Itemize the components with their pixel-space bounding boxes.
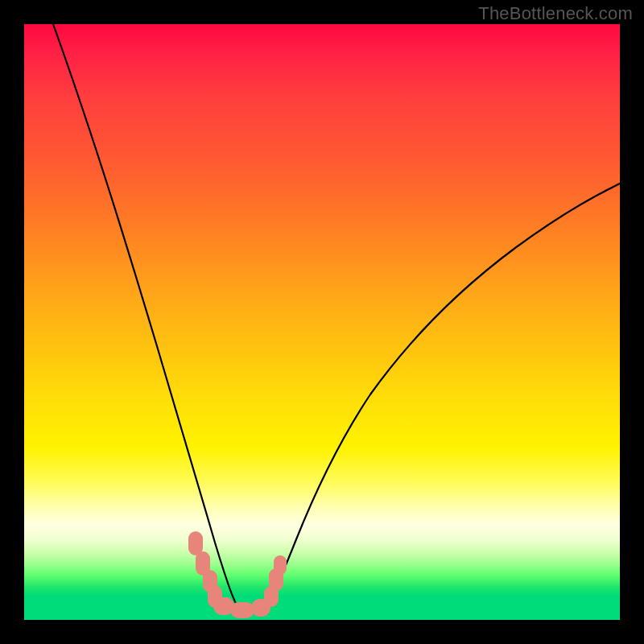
left-curve <box>53 24 240 610</box>
svg-rect-9 <box>274 555 287 575</box>
chart-curves-svg <box>24 24 620 620</box>
watermark-text: TheBottleneck.com <box>478 3 633 24</box>
chart-plot-area <box>24 24 620 620</box>
svg-rect-5 <box>230 602 254 618</box>
bottom-marker-band <box>188 531 287 618</box>
right-curve <box>266 184 620 610</box>
